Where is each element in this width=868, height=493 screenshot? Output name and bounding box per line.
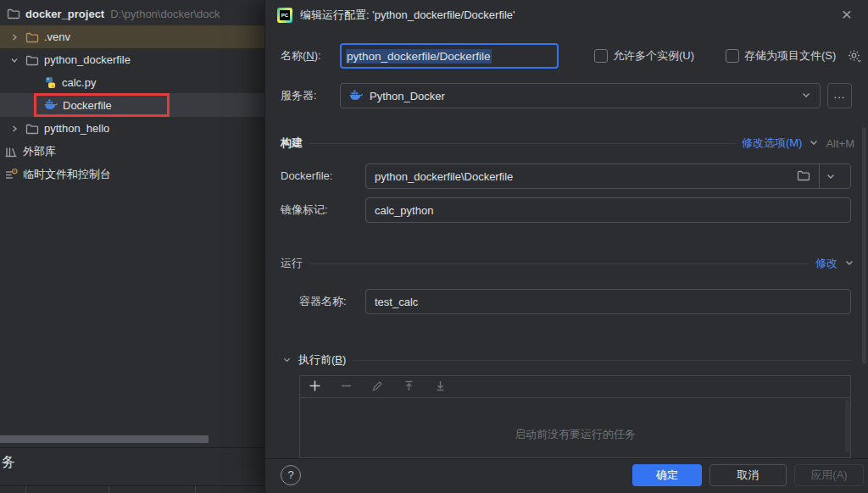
- horizontal-scrollbar[interactable]: [0, 435, 209, 443]
- before-launch-header: 执行前(B): [282, 350, 851, 370]
- store-as-project-file-label: 存储为项目文件(S): [744, 48, 836, 64]
- separator-line: [353, 360, 851, 361]
- tree-item-label: Dockerfile: [63, 99, 112, 112]
- help-button[interactable]: ?: [281, 465, 301, 485]
- folder-icon: [25, 53, 39, 67]
- ok-button[interactable]: 确定: [632, 464, 702, 486]
- divider-tick: [195, 486, 196, 493]
- library-icon: [4, 145, 18, 158]
- empty-tasks-message: 启动前没有要运行的任务: [300, 427, 850, 442]
- tree-item-label: pytthon_hello: [44, 122, 109, 135]
- name-label: 名称(N):: [281, 44, 321, 68]
- tree-item-dockerfile[interactable]: Dockerfile: [0, 93, 264, 117]
- before-launch-tasks-panel: 启动前没有要运行的任务: [299, 375, 851, 458]
- chevron-right-icon[interactable]: [10, 125, 19, 133]
- project-root-name: docker_project: [25, 8, 104, 20]
- tasks-toolbar: [300, 376, 850, 398]
- scratches-icon: [4, 168, 18, 181]
- dialog-vertical-scrollbar[interactable]: [862, 127, 866, 364]
- add-icon[interactable]: [309, 379, 321, 395]
- server-label: 服务器:: [281, 83, 317, 108]
- close-icon[interactable]: ×: [836, 3, 858, 25]
- server-combobox[interactable]: Python_Docker: [340, 83, 821, 108]
- edit-run-configuration-dialog: PC 编辑运行配置: 'python_dockerfile/Dockerfile…: [264, 0, 868, 493]
- container-name-value: test_calc: [375, 296, 418, 308]
- chevron-right-icon[interactable]: [10, 33, 19, 42]
- tree-item-external-libraries[interactable]: 外部库: [0, 141, 264, 163]
- chevron-down-icon[interactable]: [10, 56, 19, 64]
- image-tag-value: calc_python: [375, 204, 433, 217]
- run-section-label: 运行: [281, 256, 303, 271]
- modify-options-link[interactable]: 修改选项(M): [742, 136, 803, 151]
- tree-item-python-dockerfile[interactable]: python_dockerfile: [0, 48, 264, 71]
- divider-tick: [25, 486, 26, 493]
- server-browse-button[interactable]: ...: [827, 83, 852, 108]
- container-name-label: 容器名称:: [299, 289, 347, 314]
- build-section-separator: 构建 修改选项(M) Alt+M: [281, 132, 854, 154]
- chevron-down-icon[interactable]: [820, 171, 842, 181]
- modify-link[interactable]: 修改: [815, 256, 837, 271]
- separator-line: [309, 263, 809, 264]
- tree-item-label: 外部库: [23, 144, 56, 159]
- tree-item-label: 临时文件和控制台: [23, 167, 111, 182]
- image-tag-label: 镜像标记:: [281, 197, 328, 223]
- before-launch-label: 执行前(B): [298, 352, 346, 368]
- tree-item-venv[interactable]: .venv: [0, 25, 264, 48]
- tasks-vertical-scrollbar[interactable]: [845, 400, 849, 452]
- store-as-project-file-checkbox[interactable]: [726, 49, 739, 63]
- allow-multiple-instances-label: 允许多个实例(U): [613, 48, 694, 64]
- pycharm-window: docker_project D:\python\docker\dock .ve…: [0, 0, 868, 493]
- docker-icon: [44, 99, 58, 111]
- tree-item-label: calc.py: [62, 76, 96, 89]
- remove-icon[interactable]: [340, 379, 353, 395]
- run-section-separator: 运行 修改: [281, 252, 854, 274]
- project-root-path: D:\python\docker\dock: [110, 8, 220, 20]
- chevron-down-icon[interactable]: [282, 354, 292, 367]
- divider-tick: [108, 486, 109, 493]
- apply-button: 应用(A): [794, 464, 864, 486]
- server-value: Python_Docker: [370, 90, 445, 102]
- footer-divider: [265, 458, 868, 459]
- chevron-down-icon[interactable]: [844, 258, 854, 270]
- tree-item-label: python_dockerfile: [44, 53, 131, 66]
- folder-browse-icon[interactable]: [797, 169, 810, 185]
- name-input[interactable]: python_dockerfile/Dockerfile: [340, 43, 559, 69]
- tree-root-row[interactable]: docker_project D:\python\docker\dock: [0, 3, 264, 25]
- name-input-selected-text: python_dockerfile/Dockerfile: [346, 49, 492, 64]
- move-up-icon[interactable]: [403, 379, 415, 395]
- folder-icon: [25, 122, 39, 136]
- chevron-down-icon: [801, 90, 811, 102]
- folder-icon: [7, 7, 20, 20]
- python-file-icon: [44, 76, 57, 89]
- folder-icon: [25, 30, 39, 44]
- container-name-field[interactable]: test_calc: [365, 289, 851, 314]
- pycharm-logo-icon: PC: [277, 8, 292, 23]
- chevron-down-icon[interactable]: [809, 137, 819, 150]
- edit-pencil-icon[interactable]: [371, 379, 384, 395]
- move-down-icon[interactable]: [434, 379, 447, 395]
- bottom-toolbar-strip: [0, 485, 264, 493]
- panel-divider: [0, 447, 264, 448]
- project-tree-panel: docker_project D:\python\docker\dock .ve…: [0, 0, 264, 493]
- separator-line: [309, 143, 735, 144]
- dockerfile-field[interactable]: python_dockerfile\Dockerfile: [365, 163, 851, 189]
- tree-item-calc-py[interactable]: calc.py: [0, 71, 264, 93]
- tree-item-scratches[interactable]: 临时文件和控制台: [0, 163, 264, 186]
- image-tag-field[interactable]: calc_python: [365, 197, 851, 223]
- dockerfile-value: python_dockerfile\Dockerfile: [375, 170, 513, 183]
- services-panel-label: 务: [2, 454, 15, 472]
- tree-item-pytthon-hello[interactable]: pytthon_hello: [0, 117, 264, 140]
- gear-icon[interactable]: [847, 48, 862, 66]
- allow-multiple-instances-checkbox[interactable]: [594, 49, 608, 63]
- build-section-label: 构建: [281, 136, 303, 151]
- cancel-button[interactable]: 取消: [709, 464, 787, 486]
- dialog-title: 编辑运行配置: 'python_dockerfile/Dockerfile': [300, 0, 515, 30]
- tree-item-label: .venv: [44, 30, 70, 43]
- docker-icon: [349, 90, 363, 102]
- modify-options-shortcut: Alt+M: [826, 137, 854, 150]
- dockerfile-label: Dockerfile:: [281, 163, 332, 189]
